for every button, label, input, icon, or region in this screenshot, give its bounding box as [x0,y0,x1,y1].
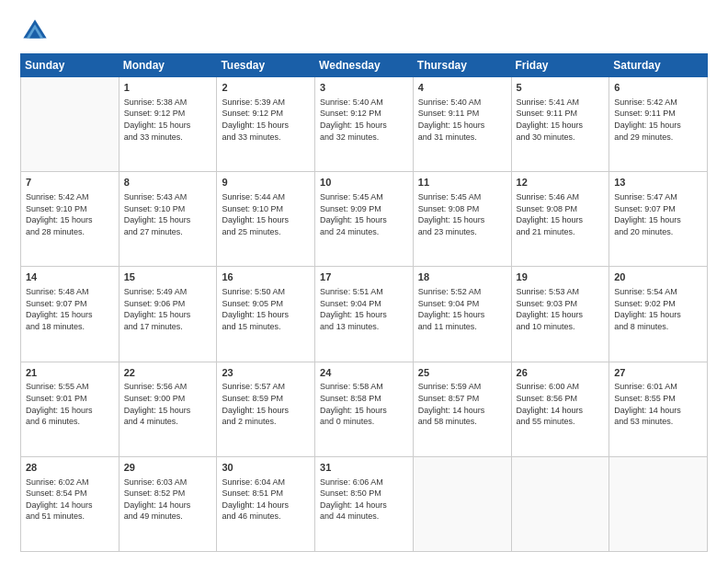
day-number: 18 [418,270,506,284]
day-info: Sunrise: 6:03 AM Sunset: 8:52 PM Dayligh… [124,477,212,523]
day-number: 17 [320,270,408,284]
day-info: Sunrise: 5:45 AM Sunset: 9:09 PM Dayligh… [320,191,408,237]
weekday-header-row: SundayMondayTuesdayWednesdayThursdayFrid… [21,54,708,77]
day-number: 13 [614,176,702,190]
day-info: Sunrise: 5:42 AM Sunset: 9:11 PM Dayligh… [614,97,702,143]
calendar-cell: 5Sunrise: 5:41 AM Sunset: 9:11 PM Daylig… [511,77,609,172]
day-number: 4 [418,81,506,95]
day-info: Sunrise: 5:47 AM Sunset: 9:07 PM Dayligh… [614,191,702,237]
day-number: 15 [124,270,212,284]
day-number: 25 [418,366,506,380]
calendar-cell: 23Sunrise: 5:57 AM Sunset: 8:59 PM Dayli… [217,362,315,456]
day-number: 30 [222,461,310,475]
day-number: 29 [124,461,212,475]
day-info: Sunrise: 5:58 AM Sunset: 8:58 PM Dayligh… [320,381,408,427]
calendar-week-row: 1Sunrise: 5:38 AM Sunset: 9:12 PM Daylig… [21,77,708,172]
calendar-cell: 8Sunrise: 5:43 AM Sunset: 9:10 PM Daylig… [119,172,217,267]
calendar-cell: 18Sunrise: 5:52 AM Sunset: 9:04 PM Dayli… [413,267,511,362]
calendar-week-row: 28Sunrise: 6:02 AM Sunset: 8:54 PM Dayli… [21,456,708,551]
weekday-header-sunday: Sunday [21,54,119,77]
day-info: Sunrise: 6:06 AM Sunset: 8:50 PM Dayligh… [320,477,408,523]
calendar-cell: 2Sunrise: 5:39 AM Sunset: 9:12 PM Daylig… [217,77,315,172]
day-info: Sunrise: 5:40 AM Sunset: 9:12 PM Dayligh… [320,97,408,143]
day-info: Sunrise: 5:44 AM Sunset: 9:10 PM Dayligh… [222,191,310,237]
weekday-header-wednesday: Wednesday [315,54,414,77]
logo [20,17,53,46]
calendar-cell: 17Sunrise: 5:51 AM Sunset: 9:04 PM Dayli… [315,267,414,362]
day-number: 10 [320,176,408,190]
calendar-week-row: 7Sunrise: 5:42 AM Sunset: 9:10 PM Daylig… [21,172,708,267]
calendar-cell: 15Sunrise: 5:49 AM Sunset: 9:06 PM Dayli… [119,267,217,362]
day-number: 2 [222,81,310,95]
calendar-cell: 20Sunrise: 5:54 AM Sunset: 9:02 PM Dayli… [609,267,708,362]
calendar-cell: 13Sunrise: 5:47 AM Sunset: 9:07 PM Dayli… [609,172,708,267]
day-info: Sunrise: 5:46 AM Sunset: 9:08 PM Dayligh… [517,191,605,237]
day-number: 22 [124,366,212,380]
day-info: Sunrise: 5:55 AM Sunset: 9:01 PM Dayligh… [26,381,114,427]
calendar-cell: 29Sunrise: 6:03 AM Sunset: 8:52 PM Dayli… [119,456,217,551]
calendar-cell [511,456,609,551]
day-info: Sunrise: 5:53 AM Sunset: 9:03 PM Dayligh… [517,286,605,332]
day-info: Sunrise: 5:43 AM Sunset: 9:10 PM Dayligh… [124,191,212,237]
weekday-header-saturday: Saturday [609,54,708,77]
day-info: Sunrise: 5:52 AM Sunset: 9:04 PM Dayligh… [418,286,506,332]
calendar-cell: 28Sunrise: 6:02 AM Sunset: 8:54 PM Dayli… [21,456,119,551]
calendar-cell [413,456,511,551]
calendar-cell: 24Sunrise: 5:58 AM Sunset: 8:58 PM Dayli… [315,362,414,456]
calendar-cell: 1Sunrise: 5:38 AM Sunset: 9:12 PM Daylig… [119,77,217,172]
calendar-cell: 11Sunrise: 5:45 AM Sunset: 9:08 PM Dayli… [413,172,511,267]
calendar-week-row: 21Sunrise: 5:55 AM Sunset: 9:01 PM Dayli… [21,362,708,456]
calendar-cell: 22Sunrise: 5:56 AM Sunset: 9:00 PM Dayli… [119,362,217,456]
day-info: Sunrise: 5:57 AM Sunset: 8:59 PM Dayligh… [222,381,310,427]
calendar-cell: 26Sunrise: 6:00 AM Sunset: 8:56 PM Dayli… [511,362,609,456]
day-info: Sunrise: 6:01 AM Sunset: 8:55 PM Dayligh… [614,381,702,427]
calendar-cell [609,456,708,551]
day-number: 7 [26,176,114,190]
calendar-cell: 10Sunrise: 5:45 AM Sunset: 9:09 PM Dayli… [315,172,414,267]
logo-icon [20,17,50,46]
calendar-cell: 7Sunrise: 5:42 AM Sunset: 9:10 PM Daylig… [21,172,119,267]
day-number: 28 [26,461,114,475]
day-number: 6 [614,81,702,95]
day-number: 26 [517,366,605,380]
calendar-cell: 21Sunrise: 5:55 AM Sunset: 9:01 PM Dayli… [21,362,119,456]
day-info: Sunrise: 5:51 AM Sunset: 9:04 PM Dayligh… [320,286,408,332]
day-number: 24 [320,366,408,380]
calendar-cell: 3Sunrise: 5:40 AM Sunset: 9:12 PM Daylig… [315,77,414,172]
day-info: Sunrise: 5:40 AM Sunset: 9:11 PM Dayligh… [418,97,506,143]
day-info: Sunrise: 5:59 AM Sunset: 8:57 PM Dayligh… [418,381,506,427]
calendar-cell: 9Sunrise: 5:44 AM Sunset: 9:10 PM Daylig… [217,172,315,267]
calendar-cell: 19Sunrise: 5:53 AM Sunset: 9:03 PM Dayli… [511,267,609,362]
calendar-table: SundayMondayTuesdayWednesdayThursdayFrid… [20,53,708,552]
page: SundayMondayTuesdayWednesdayThursdayFrid… [0,0,728,563]
day-number: 5 [517,81,605,95]
day-number: 31 [320,461,408,475]
calendar-cell: 31Sunrise: 6:06 AM Sunset: 8:50 PM Dayli… [315,456,414,551]
day-info: Sunrise: 5:39 AM Sunset: 9:12 PM Dayligh… [222,97,310,143]
day-number: 8 [124,176,212,190]
calendar-cell: 25Sunrise: 5:59 AM Sunset: 8:57 PM Dayli… [413,362,511,456]
calendar-cell [21,77,119,172]
day-info: Sunrise: 6:00 AM Sunset: 8:56 PM Dayligh… [517,381,605,427]
calendar-cell: 12Sunrise: 5:46 AM Sunset: 9:08 PM Dayli… [511,172,609,267]
day-number: 3 [320,81,408,95]
day-number: 21 [26,366,114,380]
calendar-cell: 30Sunrise: 6:04 AM Sunset: 8:51 PM Dayli… [217,456,315,551]
day-info: Sunrise: 5:54 AM Sunset: 9:02 PM Dayligh… [614,286,702,332]
day-number: 9 [222,176,310,190]
weekday-header-tuesday: Tuesday [217,54,315,77]
day-info: Sunrise: 5:50 AM Sunset: 9:05 PM Dayligh… [222,286,310,332]
calendar-cell: 16Sunrise: 5:50 AM Sunset: 9:05 PM Dayli… [217,267,315,362]
day-number: 12 [517,176,605,190]
day-number: 11 [418,176,506,190]
day-info: Sunrise: 6:04 AM Sunset: 8:51 PM Dayligh… [222,477,310,523]
weekday-header-monday: Monday [119,54,217,77]
calendar-cell: 6Sunrise: 5:42 AM Sunset: 9:11 PM Daylig… [609,77,708,172]
day-info: Sunrise: 5:49 AM Sunset: 9:06 PM Dayligh… [124,286,212,332]
calendar-cell: 4Sunrise: 5:40 AM Sunset: 9:11 PM Daylig… [413,77,511,172]
day-info: Sunrise: 5:56 AM Sunset: 9:00 PM Dayligh… [124,381,212,427]
weekday-header-thursday: Thursday [413,54,511,77]
day-info: Sunrise: 5:45 AM Sunset: 9:08 PM Dayligh… [418,191,506,237]
day-number: 14 [26,270,114,284]
day-number: 20 [614,270,702,284]
